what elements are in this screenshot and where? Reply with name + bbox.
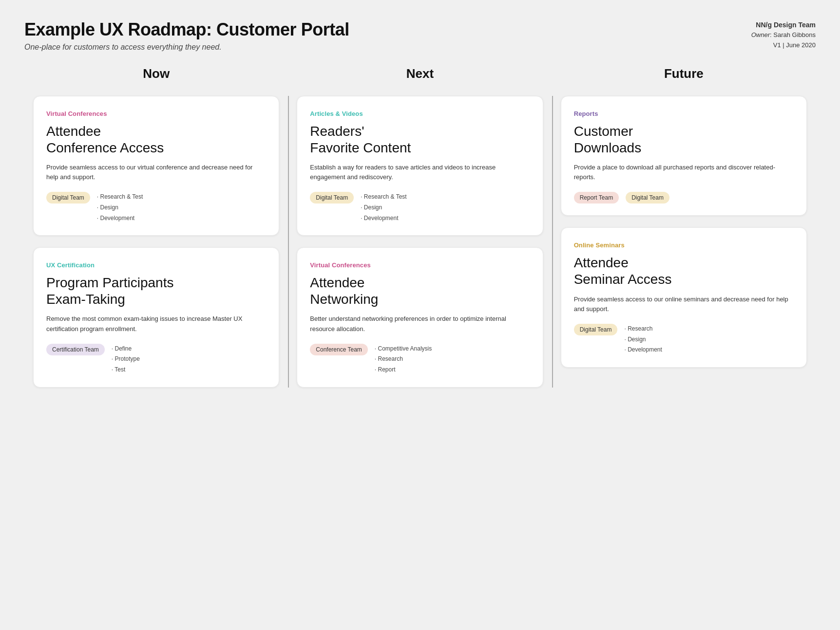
card-tasks-2: Define Prototype Test	[112, 344, 140, 375]
col-label-now: Now	[24, 66, 288, 86]
card-desc-4: Better understand networking preferences…	[310, 314, 530, 334]
roadmap-grid: Virtual Conferences AttendeeConference A…	[24, 96, 816, 388]
card-desc-6: Provide seamless access to our online se…	[574, 295, 794, 314]
card-desc-2: Remove the most common exam-taking issue…	[46, 314, 266, 334]
task-item: Design	[361, 203, 407, 213]
divider-right	[552, 96, 553, 388]
task-item: Competitive Analysis	[375, 344, 432, 354]
task-item: Development	[624, 345, 662, 355]
badge-conf-team: Conference Team	[310, 344, 368, 355]
card-category-4: Virtual Conferences	[310, 261, 530, 269]
card-category-2: UX Certification	[46, 261, 266, 269]
card-category-3: Articles & Videos	[310, 110, 530, 117]
card-footer-4: Conference Team Competitive Analysis Res…	[310, 344, 530, 375]
card-tasks-1: Research & Test Design Development	[97, 192, 143, 223]
org-name: NN/g Design Team	[751, 19, 816, 30]
page-header: Example UX Roadmap: Customer Portal One-…	[24, 19, 816, 52]
card-favorite-content: Articles & Videos Readers'Favorite Conte…	[297, 96, 543, 236]
card-attendee-conference: Virtual Conferences AttendeeConference A…	[33, 96, 279, 236]
owner-line: Owner: Sarah Gibbons	[751, 30, 816, 40]
divider-left	[288, 96, 289, 388]
header-left: Example UX Roadmap: Customer Portal One-…	[24, 19, 349, 52]
version: V1 | June 2020	[751, 40, 816, 51]
card-title-1: AttendeeConference Access	[46, 123, 266, 156]
card-desc-3: Establish a way for readers to save arti…	[310, 163, 530, 182]
page-subtitle: One-place for customers to access everyt…	[24, 43, 349, 52]
column-future: Reports CustomerDownloads Provide a plac…	[552, 96, 816, 388]
badge-digital-team-6: Digital Team	[574, 324, 618, 335]
task-item: Research	[375, 354, 432, 365]
card-footer-2: Certification Team Define Prototype Test	[46, 344, 266, 375]
task-item: Development	[97, 213, 143, 224]
card-title-2: Program ParticipantsExam-Taking	[46, 275, 266, 307]
task-item: Design	[97, 203, 143, 213]
page-title: Example UX Roadmap: Customer Portal	[24, 19, 349, 40]
card-exam-taking: UX Certification Program ParticipantsExa…	[33, 247, 279, 387]
task-item: Report	[375, 365, 432, 375]
card-desc-1: Provide seamless access to our virtual c…	[46, 163, 266, 182]
col-label-next: Next	[288, 66, 552, 86]
badge-digital-team-5: Digital Team	[626, 192, 669, 204]
owner-name: Sarah Gibbons	[773, 31, 816, 38]
task-item: Research & Test	[361, 192, 407, 203]
card-category-1: Virtual Conferences	[46, 110, 266, 117]
card-title-4: AttendeeNetworking	[310, 275, 530, 307]
task-item: Prototype	[112, 354, 140, 365]
card-category-5: Reports	[574, 110, 794, 117]
task-item: Research	[624, 324, 662, 334]
badge-digital-team-1: Digital Team	[46, 192, 90, 204]
card-footer-1: Digital Team Research & Test Design Deve…	[46, 192, 266, 223]
task-item: Define	[112, 344, 140, 354]
card-networking: Virtual Conferences AttendeeNetworking B…	[297, 247, 543, 387]
card-seminar-access: Online Seminars AttendeeSeminar Access P…	[561, 227, 807, 367]
task-item: Development	[361, 213, 407, 224]
column-next: Articles & Videos Readers'Favorite Conte…	[288, 96, 552, 388]
task-item: Test	[112, 365, 140, 375]
card-tasks-3: Research & Test Design Development	[361, 192, 407, 223]
task-item: Research & Test	[97, 192, 143, 203]
task-item: Design	[624, 334, 662, 345]
card-footer-3: Digital Team Research & Test Design Deve…	[310, 192, 530, 223]
card-title-5: CustomerDownloads	[574, 123, 794, 156]
card-tasks-6: Research Design Development	[624, 324, 662, 355]
card-footer-5: Report Team Digital Team	[574, 192, 794, 204]
owner-label: Owner	[751, 31, 770, 38]
card-title-3: Readers'Favorite Content	[310, 123, 530, 156]
badge-report-team: Report Team	[574, 192, 619, 204]
column-now: Virtual Conferences AttendeeConference A…	[24, 96, 288, 388]
card-footer-6: Digital Team Research Design Development	[574, 324, 794, 355]
badge-cert-team: Certification Team	[46, 344, 105, 355]
card-title-6: AttendeeSeminar Access	[574, 255, 794, 287]
badge-digital-team-3: Digital Team	[310, 192, 354, 204]
card-tasks-4: Competitive Analysis Research Report	[375, 344, 432, 375]
header-right: NN/g Design Team Owner: Sarah Gibbons V1…	[751, 19, 816, 51]
columns-header: Now Next Future	[24, 66, 816, 86]
card-customer-downloads: Reports CustomerDownloads Provide a plac…	[561, 96, 807, 216]
col-label-future: Future	[552, 66, 816, 86]
card-desc-5: Provide a place to download all purchase…	[574, 163, 794, 182]
card-category-6: Online Seminars	[574, 241, 794, 249]
